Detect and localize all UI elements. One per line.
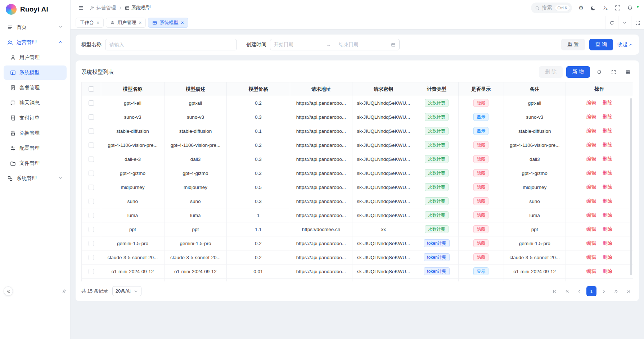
sidebar-item-home[interactable]: 首页 [4, 20, 67, 35]
query-button[interactable]: 查 询 [589, 39, 613, 50]
delete-link[interactable]: 删除 [603, 240, 612, 246]
global-search-trigger[interactable]: 搜索 Ctrl K [531, 3, 572, 13]
sidebar-item-file-management[interactable]: 文件管理 [4, 156, 67, 171]
row-checkbox[interactable] [89, 199, 94, 204]
menu-toggle-button[interactable] [76, 3, 86, 13]
row-checkbox[interactable] [89, 114, 94, 120]
edit-link[interactable]: 编辑 [586, 226, 596, 232]
tab-workbench[interactable]: 工作台 × [76, 18, 104, 28]
delete-link[interactable]: 删除 [603, 212, 612, 218]
delete-link[interactable]: 删除 [603, 268, 612, 274]
sidebar-item-package-management[interactable]: 套餐管理 [4, 81, 67, 95]
delete-link[interactable]: 删除 [603, 128, 612, 134]
tab-user-management[interactable]: 用户管理 × [106, 18, 146, 28]
row-checkbox[interactable] [89, 143, 94, 148]
date-range-input[interactable]: 开始日期 → 结束日期 [270, 39, 400, 50]
notifications-button[interactable] [625, 3, 635, 13]
table-row: luma luma 1 https://api.pandarobo... sk-… [82, 208, 633, 222]
row-checkbox[interactable] [89, 269, 94, 274]
sidebar-item-system-model[interactable]: 系统模型 [4, 65, 67, 80]
table-fullscreen-button[interactable] [608, 67, 619, 77]
delete-link[interactable]: 删除 [603, 198, 612, 204]
page-number-button[interactable]: 1 [586, 286, 596, 296]
last-page-button[interactable] [623, 286, 633, 296]
edit-link[interactable]: 编辑 [586, 170, 596, 176]
sidebar-collapse-button[interactable] [4, 286, 13, 296]
sidebar-item-payment-orders[interactable]: 支付订单 [4, 111, 67, 125]
settings-button[interactable]: ⚙ [576, 3, 586, 13]
table-row: 编辑 删除 [82, 279, 633, 281]
delete-link[interactable]: 删除 [603, 184, 612, 190]
sidebar-item-user-management[interactable]: 用户管理 [4, 50, 67, 65]
translate-icon: 文A [603, 5, 608, 11]
edit-link[interactable]: 编辑 [586, 254, 596, 260]
sidebar-group-system[interactable]: 系统管理 [4, 171, 67, 186]
delete-link[interactable]: 删除 [603, 254, 612, 260]
fullscreen-button[interactable] [612, 3, 623, 13]
row-checkbox[interactable] [89, 185, 94, 190]
sidebar-item-chat-messages[interactable]: 聊天消息 [4, 96, 67, 110]
table-scrollbar[interactable] [630, 98, 632, 275]
delete-link[interactable]: 删除 [603, 226, 612, 232]
jump-forward-button[interactable] [611, 286, 621, 296]
cell-visibility: 隐藏 [459, 222, 504, 236]
model-name-input[interactable] [105, 39, 237, 50]
page-size-select[interactable]: 20条/页 [112, 286, 141, 296]
tabs-refresh-button[interactable] [605, 16, 618, 29]
delete-button[interactable]: 删 除 [539, 66, 563, 78]
content-fullscreen-button[interactable] [631, 16, 644, 29]
cell-request-key: sk-JIUQLNndqSeKWU... [352, 166, 415, 180]
filter-actions: 重 置 查 询 收起 [561, 39, 633, 50]
row-checkbox[interactable] [89, 128, 94, 134]
row-checkbox[interactable] [89, 255, 94, 260]
edit-link[interactable]: 编辑 [586, 268, 596, 274]
delete-link[interactable]: 删除 [603, 156, 612, 162]
select-all-checkbox[interactable] [89, 86, 94, 92]
edit-link[interactable]: 编辑 [586, 128, 596, 134]
row-checkbox[interactable] [89, 227, 94, 232]
next-page-button[interactable] [599, 286, 609, 296]
sidebar-item-exchange-management[interactable]: 兑换管理 [4, 126, 67, 140]
row-checkbox[interactable] [89, 100, 94, 106]
edit-link[interactable]: 编辑 [586, 142, 596, 148]
tabs-menu-button[interactable] [618, 16, 631, 29]
row-checkbox[interactable] [89, 241, 94, 246]
edit-link[interactable]: 编辑 [586, 240, 596, 246]
breadcrumb-item-operations[interactable]: 运营管理 [90, 5, 116, 11]
close-icon[interactable]: × [96, 20, 99, 25]
edit-link[interactable]: 编辑 [586, 184, 596, 190]
row-checkbox[interactable] [89, 213, 94, 218]
delete-link[interactable]: 删除 [603, 100, 612, 105]
column-settings-button[interactable] [622, 67, 633, 77]
edit-link[interactable]: 编辑 [586, 114, 596, 119]
theme-toggle-button[interactable] [588, 3, 599, 13]
close-icon[interactable]: × [181, 20, 184, 25]
tab-system-model[interactable]: 系统模型 × [148, 18, 188, 28]
close-icon[interactable]: × [139, 20, 141, 25]
jump-back-button[interactable] [562, 286, 572, 296]
row-checkbox[interactable] [89, 171, 94, 176]
language-button[interactable]: 文A [600, 3, 611, 13]
visibility-badge: 隐藏 [473, 225, 488, 233]
collapse-filter-link[interactable]: 收起 [617, 41, 633, 48]
delete-link[interactable]: 删除 [603, 170, 612, 176]
edit-link[interactable]: 编辑 [586, 100, 596, 105]
sidebar-group-operations[interactable]: 运营管理 [4, 35, 67, 50]
sidebar-pin-button[interactable] [62, 289, 67, 294]
sidebar-item-config-management[interactable]: 配置管理 [4, 141, 67, 155]
reset-button[interactable]: 重 置 [561, 39, 585, 50]
prev-page-button[interactable] [574, 286, 584, 296]
table-refresh-button[interactable] [594, 67, 604, 77]
edit-link[interactable]: 编辑 [586, 198, 596, 204]
brand-logo[interactable]: Ruoyi AI [0, 0, 70, 19]
first-page-button[interactable] [550, 286, 560, 296]
edit-link[interactable]: 编辑 [586, 212, 596, 218]
row-checkbox[interactable] [89, 157, 94, 162]
breadcrumb-item-system-model[interactable]: 系统模型 [125, 5, 151, 11]
pagination-bar: 共 15 条记录 20条/页 [81, 286, 633, 296]
delete-link[interactable]: 删除 [603, 114, 612, 119]
edit-link[interactable]: 编辑 [586, 156, 596, 162]
visibility-badge: 隐藏 [473, 239, 488, 247]
delete-link[interactable]: 删除 [603, 142, 612, 148]
add-button[interactable]: 新 增 [566, 66, 590, 78]
